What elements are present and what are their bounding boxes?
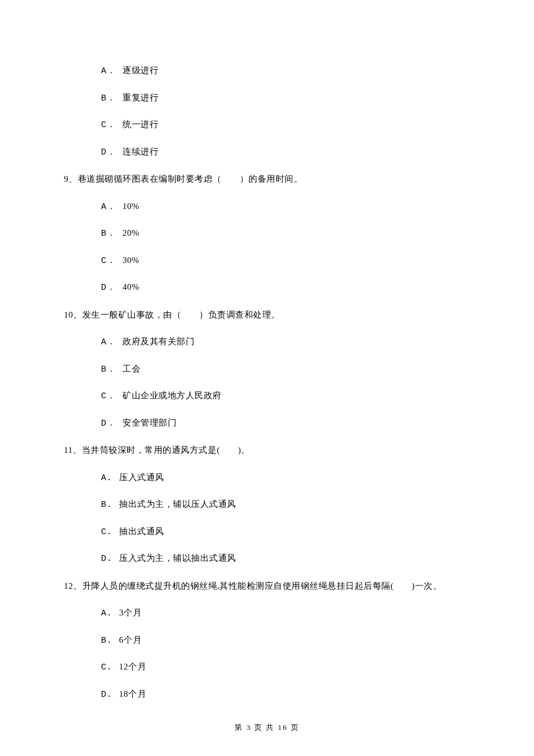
option-a: A．政府及其有关部门 [101, 335, 470, 350]
option-text: 连续进行 [122, 147, 158, 156]
option-c: C．统一进行 [101, 118, 470, 132]
option-text: 政府及其有关部门 [122, 337, 194, 346]
question-9-stem: 9、巷道掘砌循环图表在编制时要考虑（ ）的备用时间。 [64, 172, 470, 187]
question-12-options: A.3个月 B.6个月 C.12个月 D.18个月 [101, 606, 470, 701]
option-marker: A． [101, 202, 116, 212]
question-10-stem: 10、发生一般矿山事故，由（ ）负责调查和处理。 [64, 308, 470, 323]
option-marker: D. [101, 554, 112, 564]
question-11-options: A.压入式通风 B.抽出式为主，辅以压人式通风 C.抽出式通风 D.压入式为主，… [101, 471, 470, 566]
option-marker: A. [101, 473, 112, 483]
option-text: 工会 [122, 364, 140, 373]
option-marker: A． [101, 66, 116, 76]
option-marker: B. [101, 500, 112, 510]
option-a: A．逐级进行 [101, 64, 470, 78]
option-text: 逐级进行 [122, 66, 158, 75]
option-c: C．30% [101, 254, 470, 268]
question-11-stem: 11、当井筒较深时，常用的通风方式是( )。 [64, 443, 470, 458]
option-text: 压入式通风 [119, 473, 164, 482]
option-text: 3个月 [119, 608, 142, 617]
option-text: 重复进行 [122, 93, 158, 102]
option-b: B．20% [101, 226, 470, 241]
option-marker: B． [101, 93, 116, 103]
option-text: 10% [122, 201, 139, 211]
option-text: 压入式为主，辅以抽出式通风 [119, 553, 236, 563]
option-a: A.压入式通风 [101, 471, 470, 485]
option-marker: B． [101, 229, 116, 239]
option-c: C．矿山企业或地方人民政府 [101, 389, 470, 404]
option-c: C.抽出式通风 [101, 525, 470, 539]
option-c: C.12个月 [101, 660, 470, 675]
option-text: 统一进行 [122, 120, 158, 129]
option-text: 20% [122, 228, 139, 237]
question-9-options: A．10% B．20% C．30% D．40% [101, 200, 470, 295]
option-marker: B. [101, 636, 112, 646]
option-marker: C． [101, 256, 116, 266]
option-text: 30% [122, 255, 139, 265]
option-marker: D． [101, 147, 116, 157]
question-10-options: A．政府及其有关部门 B．工会 C．矿山企业或地方人民政府 D．安全管理部门 [101, 335, 470, 430]
option-text: 矿山企业或地方人民政府 [122, 391, 222, 400]
option-marker: C. [101, 663, 112, 672]
option-marker: B． [101, 365, 116, 375]
option-marker: C. [101, 527, 112, 537]
option-d: D．安全管理部门 [101, 416, 470, 431]
option-text: 安全管理部门 [122, 418, 176, 427]
option-d: D.18个月 [101, 687, 470, 702]
option-text: 抽出式为主，辅以压人式通风 [119, 499, 236, 509]
document-page: A．逐级进行 B．重复进行 C．统一进行 D．连续进行 9、巷道掘砌循环图表在编… [0, 0, 534, 756]
option-text: 40% [122, 282, 139, 291]
option-text: 18个月 [119, 689, 146, 699]
option-text: 12个月 [119, 662, 146, 671]
option-a: A.3个月 [101, 606, 470, 621]
option-b: B.抽出式为主，辅以压人式通风 [101, 498, 470, 512]
option-text: 抽出式通风 [119, 527, 164, 536]
option-d: D．40% [101, 280, 470, 295]
option-d: D．连续进行 [101, 145, 470, 160]
option-marker: C． [101, 120, 116, 130]
option-marker: D． [101, 283, 116, 293]
option-d: D.压入式为主，辅以抽出式通风 [101, 552, 470, 566]
option-b: B.6个月 [101, 633, 470, 648]
option-text: 6个月 [119, 635, 142, 645]
option-marker: D． [101, 419, 116, 429]
question-8-options: A．逐级进行 B．重复进行 C．统一进行 D．连续进行 [101, 64, 470, 159]
option-a: A．10% [101, 200, 470, 214]
question-12-stem: 12、升降人员的缠绕式提升机的钢丝绳,其性能检测应自使用钢丝绳悬挂日起后每隔( … [64, 579, 470, 594]
option-b: B．工会 [101, 362, 470, 377]
option-marker: A． [101, 337, 116, 347]
option-marker: D. [101, 690, 112, 700]
page-footer: 第 3 页 共 16 页 [0, 722, 534, 733]
option-b: B．重复进行 [101, 91, 470, 106]
option-marker: C． [101, 391, 116, 401]
option-marker: A. [101, 609, 112, 618]
